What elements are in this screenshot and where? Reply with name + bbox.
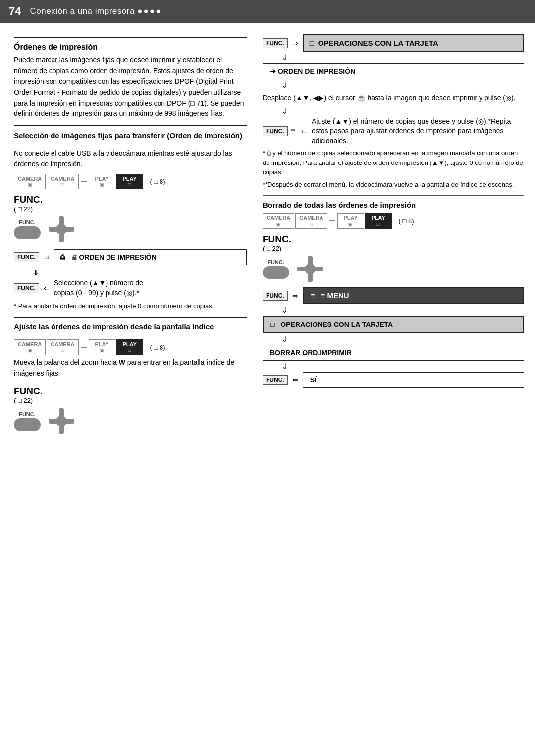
section-divider2 (14, 125, 247, 126)
play-btn-r1: PLAY ▣ (337, 213, 364, 229)
dpad-3[interactable] (48, 407, 75, 435)
func-box-2: FUNC. (14, 283, 39, 293)
section-ordenes: Órdenes de impresión Puede marcar las im… (14, 37, 247, 119)
func-ref-3: ( □ 22) (14, 397, 33, 404)
book-ref-r2: ( □ 8) (399, 217, 414, 225)
menu-box: ≡ ≡ MENU (303, 287, 524, 304)
mode-buttons-row3: CAMERA ▣ CAMERA □ PLAY ▣ PLAY □ ( □ 8) (14, 339, 247, 355)
section-ordenes-body: Puede marcar las imágenes fijas que dese… (14, 55, 247, 119)
arrow-down-r3: ⇓ (263, 107, 524, 116)
dpad-1[interactable] (48, 216, 75, 243)
flow-orden-box: ⎙ 🖨 ORDEN DE IMPRESIÓN (54, 249, 247, 265)
func-block-3: FUNC. ( □ 22) FUNC. (14, 383, 247, 435)
section-title-ajuste: Ajuste las órdenes de impresión desde la… (14, 323, 247, 331)
section-seleccion-body: No conecte el cable USB a la videocámara… (14, 148, 247, 169)
func-oval-btn-3[interactable] (14, 418, 41, 431)
desplace-text: Desplace (▲▼, ◀▶) el cursor ☕ hasta la i… (263, 93, 524, 104)
main-content: Órdenes de impresión Puede marcar las im… (0, 23, 535, 441)
func-small-r2: FUNC. (268, 259, 284, 265)
book-ref-3: ( □ 8) (150, 344, 165, 351)
dpad-center (56, 224, 67, 235)
arrow-down-b3: ⇓ (263, 362, 524, 371)
func-label-1: FUNC. (14, 194, 43, 205)
right-column: FUNC. ⇒ □ OPERACIONES CON LA TARJETA ⇓ ➔… (258, 32, 535, 441)
func-ref-1: ( □ 22) (14, 205, 33, 213)
func-box-r2: FUNC. (263, 126, 288, 136)
func-buttons-row3: FUNC. (14, 407, 247, 435)
mode-buttons-row1: CAMERA ▣ CAMERA □ PLAY ▣ PLAY □ ( □ 8) (14, 174, 247, 190)
func-ajuste-row: FUNC. ** ⇐ Ajuste (▲▼) el número de copi… (263, 117, 524, 146)
operaciones-header: OPERACIONES CON LA TARJETA (318, 39, 438, 47)
func-box-r4: FUNC. (263, 375, 288, 385)
section-title-seleccion: Selección de imágenes fijas para transfe… (14, 131, 247, 140)
func-buttons-row1: FUNC. (14, 216, 247, 243)
func-label-3: FUNC. (14, 386, 43, 397)
func-arrow-row-1: FUNC. ⇒ ⎙ 🖨 ORDEN DE IMPRESIÓN (14, 247, 247, 267)
play-btn-4-active: PLAY □ (116, 339, 143, 355)
menu-icon: □ (310, 39, 314, 47)
camera-btn-2: CAMERA □ (47, 174, 78, 190)
arrow-down-1: ⇓ (14, 268, 247, 277)
func-block-r2: FUNC. ( □ 22) FUNC. (263, 231, 524, 283)
section-ajuste: Ajuste las órdenes de impresión desde la… (14, 317, 247, 434)
divider-line-r (329, 220, 335, 221)
arrow-r3: ⇒ (292, 292, 298, 300)
note-r2: **Después de cerrar el menú, la videocám… (263, 180, 524, 190)
page-number: 74 (9, 5, 21, 18)
book-ref-1: ( □ 8) (150, 178, 165, 185)
camera-btn-4: CAMERA □ (47, 339, 78, 355)
play-btn-2-active: PLAY □ (116, 174, 143, 190)
func-ref-r2: ( □ 22) (263, 245, 281, 252)
divider-line (81, 181, 87, 182)
right-arrow-1: ⇒ (292, 39, 298, 47)
play-btn-1: PLAY ▣ (89, 174, 115, 190)
borrado-flow: FUNC. ⇒ ≡ ≡ MENU ⇓ □ OPERACIONES CON LA … (263, 287, 524, 388)
note-r1: * ⎙ y el número de copias seleccionado a… (263, 148, 524, 177)
func-oval-btn-r2[interactable] (263, 266, 289, 279)
func-seleccione-row: FUNC. ⇐ Seleccione (▲▼) número decopias … (14, 278, 247, 298)
play-btn-3: PLAY ▣ (89, 339, 115, 355)
right-flow-block: FUNC. ⇒ □ OPERACIONES CON LA TARJETA ⇓ ➔… (263, 34, 524, 189)
right-func-arrow-row: FUNC. ⇒ □ OPERACIONES CON LA TARJETA (263, 34, 524, 52)
right-func-box: FUNC. (263, 38, 288, 48)
menu-row: FUNC. ⇒ ≡ ≡ MENU (263, 287, 524, 304)
func-box-r3: FUNC. (263, 291, 288, 301)
section-title-borrado: Borrado de todas las órdenes de impresió… (263, 201, 524, 209)
camera-btn-r1: CAMERA ▣ (263, 213, 294, 229)
operaciones-box-b: □ OPERACIONES CON LA TARJETA (263, 316, 524, 333)
func-oval-btn-1[interactable] (14, 226, 41, 239)
si-row: FUNC. ⇐ SÍ (263, 372, 524, 388)
flow-block-1: FUNC. ⇒ ⎙ 🖨 ORDEN DE IMPRESIÓN ⇓ FUNC. ⇐… (14, 247, 247, 298)
section-seleccion: Selección de imágenes fijas para transfe… (14, 125, 247, 311)
func-block-1: FUNC. ( □ 22) FUNC. (14, 191, 247, 243)
left-column: Órdenes de impresión Puede marcar las im… (0, 32, 258, 441)
camera-btn-1: CAMERA ▣ (14, 174, 46, 190)
camera-btn-3: CAMERA ▣ (14, 339, 46, 355)
dpad-r2[interactable] (296, 255, 324, 283)
arrow-left-1: ⇐ (44, 284, 50, 292)
func-label-r2: FUNC. (263, 234, 291, 245)
dpad3-center (56, 416, 67, 427)
seleccione-text: Seleccione (▲▼) número decopias (0 - 99)… (54, 278, 143, 298)
arrow-down-b1: ⇓ (263, 305, 524, 315)
bottom-space (0, 441, 535, 456)
func-buttons-row-r2: FUNC. (263, 255, 524, 283)
mode-buttons-row-r2: CAMERA ▣ CAMERA □ PLAY ▣ PLAY □ ( □ 8) (263, 213, 524, 229)
arrow-r4: ⇐ (292, 376, 298, 384)
dpad-r2-center (305, 264, 316, 274)
thin-divider2 (14, 335, 247, 335)
arrow-down-r1: ⇓ (263, 53, 524, 62)
arrow-r2: ⇐ (301, 127, 307, 135)
play-btn-r2-active: PLAY □ (365, 213, 392, 229)
section-divider3 (14, 317, 247, 318)
camera-btn-r2: CAMERA □ (295, 213, 327, 229)
page-header: 74 Conexión a una impresora ●●●● (0, 0, 535, 23)
arrow-down-r2: ⇓ (263, 80, 524, 90)
func-small-3: FUNC. (19, 411, 36, 417)
borrar-box: BORRAR ORD.IMPRIMIR (263, 345, 524, 361)
section-title-ordenes: Órdenes de impresión (14, 43, 247, 52)
section-borrado: Borrado de todas las órdenes de impresió… (263, 201, 524, 388)
arrow-down-b2: ⇓ (263, 334, 524, 344)
asterisks: ** (291, 128, 295, 135)
orden-box-right: ➔ ORDEN DE IMPRESIÓN (263, 63, 524, 79)
